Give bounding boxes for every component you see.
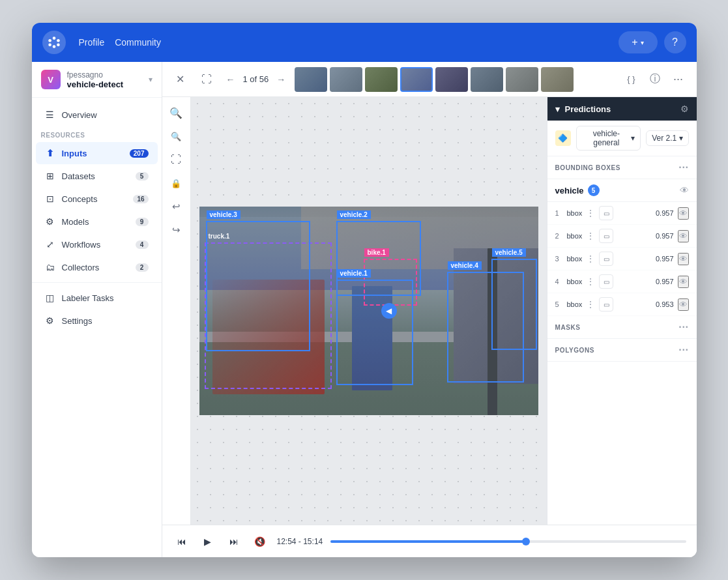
thumbnail-1[interactable] [295,67,327,92]
bbox-dots-2[interactable]: ⋮ [586,231,595,241]
bbox-vehicle3: vehicle.3 [206,221,310,351]
concepts-badge: 16 [133,195,148,203]
bbox-eye-2[interactable]: 👁 [678,230,689,242]
sidebar-item-settings[interactable]: ⚙ Settings [36,310,158,332]
model-select-button[interactable]: vehicle-general ▾ [576,126,641,151]
toolbar-actions: { } ⓘ ··· [621,69,689,90]
info-button[interactable]: ⓘ [645,69,665,90]
thumbnail-4[interactable] [400,67,433,92]
sidebar-item-models[interactable]: ⚙ Models 9 [36,210,158,233]
bounding-boxes-section-header: BOUNDING BOXES ··· [547,156,697,179]
bounding-boxes-label: BOUNDING BOXES [555,164,621,171]
progress-bar[interactable] [330,540,686,543]
masks-section-header: MASKS ··· [547,316,697,339]
mute-button[interactable]: 🔇 [251,532,269,551]
bbox-eye-3[interactable]: 👁 [678,253,689,265]
zoom-out-button[interactable]: 🔍 [166,126,186,147]
vehicle-visibility-button[interactable]: 👁 [680,185,689,196]
sidebar-item-labeler-tasks[interactable]: ◫ Labeler Tasks [36,287,158,309]
thumbnail-6[interactable] [471,67,503,92]
bbox-icon-4[interactable]: ▭ [599,274,613,289]
sidebar-item-concepts[interactable]: ⊡ Concepts 16 [36,188,158,210]
bbox-dots-5[interactable]: ⋮ [586,299,595,310]
datasets-badge: 5 [136,172,149,181]
add-button[interactable]: + ▾ [619,31,658,53]
svg-point-3 [52,45,55,48]
bbox-tag-5: bbox [567,300,583,308]
play-button[interactable]: ▶ [199,532,217,551]
bbox-num-2: 2 [555,232,563,240]
labeler-tasks-icon: ◫ [45,293,55,303]
bbox-eye-1[interactable]: 👁 [678,207,689,220]
bounding-boxes-more-icon[interactable]: ··· [678,162,688,173]
workflows-icon: ⤢ [45,239,55,250]
thumbnail-8[interactable] [541,67,574,92]
undo-button[interactable]: ↩ [166,196,186,217]
bbox-icon-2[interactable]: ▭ [599,229,613,243]
code-button[interactable]: { } [621,69,642,90]
sidebar-item-workflows[interactable]: ⤢ Workflows 4 [36,233,158,255]
bbox-dots-4[interactable]: ⋮ [586,276,595,287]
thumbnail-2[interactable] [330,67,362,92]
collectors-icon: 🗂 [45,262,55,272]
bbox-score-2: 0.957 [656,232,674,240]
bbox-num-1: 1 [555,209,563,217]
main-content: V fpessagno vehicle-detect ▾ ☰ Overview … [32,62,697,557]
sidebar-item-overview[interactable]: ☰ Overview [36,104,158,126]
progress-knob[interactable] [522,538,530,545]
zoom-in-button[interactable]: 🔍 [166,102,186,123]
more-button[interactable]: ··· [668,69,689,90]
sidebar-nav: ☰ Overview RESOURCES ⬆ Inputs 207 ⊞ Data… [32,98,162,338]
fullscreen-button[interactable]: ⛶ [196,69,217,90]
help-button[interactable]: ? [664,31,686,53]
version-select-button[interactable]: Ver 2.1 ▾ [646,130,688,146]
predictions-panel: ▾ Predictions ⚙ 🔷 vehicle-general ▾ Ver … [547,97,697,525]
sidebar-toggle-button[interactable]: ◀ [381,303,397,319]
fit-button[interactable]: ⛶ [166,149,186,170]
close-button[interactable]: ✕ [170,69,191,90]
skip-back-button[interactable]: ⏮ [173,532,191,551]
username: fpessagno [67,70,142,80]
nav-profile[interactable]: Profile [79,37,105,48]
polygons-more-icon[interactable]: ··· [678,344,688,356]
sidebar-item-inputs[interactable]: ⬆ Inputs 207 [36,142,158,164]
bbox-icon-3[interactable]: ▭ [599,252,613,266]
next-image-button[interactable]: → [272,71,289,88]
thumbnail-5[interactable] [435,67,468,92]
bbox-icon-1[interactable]: ▭ [599,206,613,220]
nav-community[interactable]: Community [115,37,161,48]
model-version: Ver 2.1 [652,134,677,143]
app-logo [42,31,66,54]
collectors-badge: 2 [136,263,149,272]
settings-icon: ⚙ [45,315,55,326]
masks-more-icon[interactable]: ··· [678,321,688,333]
thumbnail-3[interactable] [365,67,398,92]
sidebar-item-collectors[interactable]: 🗂 Collectors 2 [36,256,158,278]
sidebar-overview-label: Overview [62,110,149,120]
vehicle-count-badge: 5 [588,184,600,196]
bbox-row-5: 5 bbox ⋮ ▭ 0.953 👁 [547,293,697,316]
bbox-dots-3[interactable]: ⋮ [586,254,595,264]
lock-button[interactable]: 🔒 [166,173,186,194]
prev-image-button[interactable]: ← [222,71,239,88]
sidebar-chevron-icon[interactable]: ▾ [149,75,153,84]
bbox-tag-4: bbox [567,278,583,285]
bbox-eye-4[interactable]: 👁 [678,276,689,288]
bbox-icon-5[interactable]: ▭ [599,297,613,312]
redo-button[interactable]: ↪ [166,220,186,240]
canvas-area: 🔍 🔍 ⛶ 🔒 ↩ ↪ [162,97,697,525]
nav-links: Profile Community [79,37,605,48]
bbox-eye-5[interactable]: 👁 [678,298,689,311]
thumbnail-7[interactable] [506,67,538,92]
bbox-score-3: 0.957 [656,255,674,263]
predictions-chevron-icon: ▾ [555,104,560,114]
bbox-dots-1[interactable]: ⋮ [586,208,595,218]
bbox-tag-2: bbox [567,232,583,240]
skip-forward-button[interactable]: ⏭ [225,532,243,551]
svg-point-4 [48,43,51,46]
sidebar-item-datasets[interactable]: ⊞ Datasets 5 [36,165,158,187]
predictions-settings-icon[interactable]: ⚙ [680,104,689,114]
bbox-num-3: 3 [555,255,563,263]
main-image: truck.1 vehicle.3 vehicle.2 bike.1 [199,207,538,415]
svg-point-0 [52,36,55,40]
